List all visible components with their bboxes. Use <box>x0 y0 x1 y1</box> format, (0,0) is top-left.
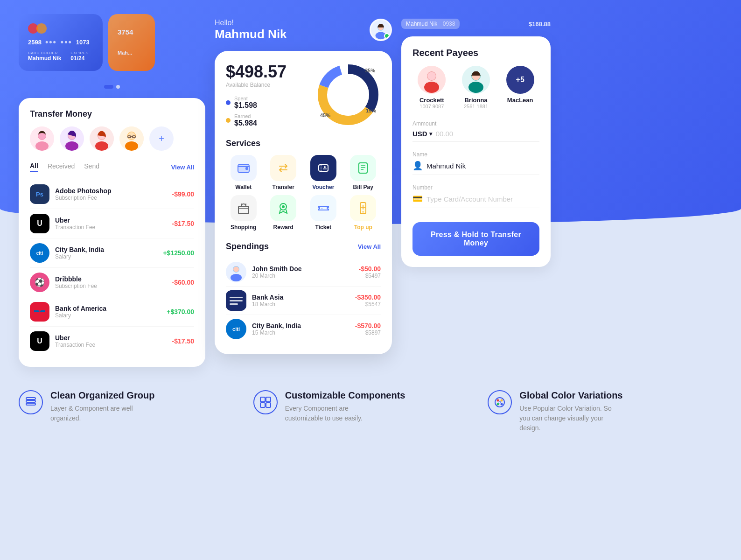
spending-name: Bank Asia <box>252 294 350 301</box>
currency-selector[interactable]: USD ▾ <box>412 130 432 138</box>
card-icon: 💳 <box>412 194 423 204</box>
spending-name: City Bank, India <box>252 322 350 329</box>
service-voucher[interactable]: Voucher <box>306 155 341 190</box>
transaction-item[interactable]: U Uber Transaction Fee -$17.50 <box>30 327 194 356</box>
tx-icon-label: U <box>37 219 42 228</box>
services-title: Services <box>226 139 381 148</box>
tx-sub: Subscription Fee <box>55 195 167 201</box>
card-indicator <box>19 85 205 89</box>
spending-amounts-john: -$50.00 $5497 <box>359 265 381 279</box>
spent-value: $1.598 <box>234 101 257 110</box>
user-avatar-header[interactable] <box>370 19 392 41</box>
tx-amount: -$60.00 <box>172 279 194 286</box>
transfer-svg <box>277 161 290 175</box>
svg-rect-58 <box>230 300 243 301</box>
feature-color-title: Global Color Variations <box>519 390 622 401</box>
spending-amounts-bankasia: -$350.00 $5547 <box>355 294 381 308</box>
card-number-end: 1073 <box>76 39 90 46</box>
transfer-section: Transfer Money <box>19 98 205 367</box>
main-card: $498.57 Available Balance Spent $1.598 <box>215 51 392 354</box>
brionna-svg <box>462 66 490 94</box>
contact-avatar-1[interactable] <box>30 126 54 151</box>
center-panel: Hello! Mahmud Nik $498.57 Available <box>215 14 392 354</box>
tx-info-dribbble: Dribbble Subscription Fee <box>55 275 167 289</box>
ticket-svg <box>317 202 330 215</box>
balance-info: $498.57 Available Balance Spent $1.598 <box>226 62 287 127</box>
service-topup[interactable]: Top up <box>346 195 381 231</box>
name-input[interactable] <box>426 162 539 170</box>
transaction-item[interactable]: citi City Bank, India Salary +$1250.00 <box>30 238 194 268</box>
spending-item-john[interactable]: John Smith Doe 20 March -$50.00 $5497 <box>226 258 381 287</box>
transaction-item[interactable]: U Uber Transaction Fee -$17.50 <box>30 209 194 238</box>
transaction-item[interactable]: Bank of America Salary +$370.00 <box>30 297 194 327</box>
card-holder-info: CARD HOLDER Mahmud Nik <box>28 51 61 62</box>
svg-point-4 <box>38 133 46 139</box>
tx-sub: Transaction Fee <box>55 342 167 348</box>
spending-sub: $5897 <box>355 329 381 336</box>
svg-point-67 <box>468 82 483 93</box>
service-ticket[interactable]: Ticket <box>306 195 341 231</box>
svg-point-7 <box>65 141 78 151</box>
wallet-icon <box>231 155 257 181</box>
contact-avatar-3[interactable] <box>90 126 114 151</box>
svg-rect-44 <box>245 203 246 205</box>
transfer-button[interactable]: Press & Hold to Transfer Money <box>412 222 539 256</box>
spent-info: Spent $1.598 <box>234 96 257 110</box>
transaction-item[interactable]: Ps Adobe Photoshop Subscription Fee -$99… <box>30 180 194 209</box>
tx-info-uber: Uber Transaction Fee <box>55 217 167 231</box>
hello-text: Hello! Mahmud Nik <box>215 19 287 42</box>
wallet-svg <box>237 161 250 175</box>
reward-icon <box>270 195 296 221</box>
tab-all[interactable]: All <box>30 162 38 172</box>
amount-input[interactable] <box>436 130 539 138</box>
tab-send[interactable]: Send <box>84 162 99 172</box>
contact-avatar-4[interactable] <box>119 126 144 151</box>
transfer-title: Transfer Money <box>30 109 194 119</box>
service-shopping[interactable]: Shopping <box>226 195 261 231</box>
service-reward[interactable]: Reward <box>266 195 301 231</box>
card-expires-value: 01/24 <box>70 55 88 62</box>
service-reward-label: Reward <box>273 224 294 231</box>
amount-field-row: USD ▾ <box>412 130 539 142</box>
service-wallet[interactable]: Wallet <box>226 155 261 190</box>
tab-received[interactable]: Received <box>48 162 75 172</box>
spendings-view-all[interactable]: View All <box>358 243 381 250</box>
right-panel-top: Mahmud Nik 0938 $168.88 <box>401 14 551 29</box>
avatar-svg-1 <box>30 126 54 151</box>
card-orange-number: 3754 <box>118 28 146 36</box>
transaction-item[interactable]: ⚽ Dribbble Subscription Fee -$60.00 <box>30 268 194 297</box>
payee-avatar-brionna <box>462 66 490 94</box>
spending-item-citybank[interactable]: citi City Bank, India 15 March -$570.00 … <box>226 315 381 343</box>
payee-brionna[interactable]: Brionna 2561 1881 <box>457 66 496 109</box>
transaction-list: Ps Adobe Photoshop Subscription Fee -$99… <box>30 180 194 356</box>
name-field-row: 👤 <box>412 161 539 175</box>
tx-amount: -$17.50 <box>172 220 194 227</box>
svg-rect-75 <box>266 403 271 407</box>
payee-crockett[interactable]: Crockett 1007 9087 <box>412 66 451 109</box>
account-number-input[interactable] <box>426 195 539 203</box>
tx-icon-uber2: U <box>30 331 49 351</box>
svg-rect-37 <box>359 163 367 173</box>
view-all-link[interactable]: View All <box>171 164 194 171</box>
svg-point-28 <box>329 75 368 114</box>
svg-rect-72 <box>260 397 265 402</box>
add-contact-button[interactable]: + <box>149 126 174 151</box>
feature-clean-text: Clean Organized Group Layer & Component … <box>50 390 154 423</box>
voucher-icon <box>310 155 336 181</box>
card-blue[interactable]: 2598 ••• ••• 1073 CARD HOLDER Mahmud Nik… <box>19 14 103 71</box>
card-orange[interactable]: 3754 Mah... <box>108 14 155 71</box>
feature-clean: Clean Organized Group Layer & Component … <box>19 390 253 433</box>
spending-date: 18 March <box>252 301 350 308</box>
transfer-icon <box>270 155 296 181</box>
svg-point-35 <box>324 166 326 168</box>
contact-avatar-2[interactable] <box>60 126 84 151</box>
tx-name: Uber <box>55 217 167 224</box>
spending-item-bankasia[interactable]: Bank Asia 18 March -$350.00 $5547 <box>226 287 381 315</box>
tx-icon-uber: U <box>30 214 49 233</box>
svg-rect-73 <box>266 397 271 402</box>
payee-maclean[interactable]: +5 MacLean <box>501 66 539 109</box>
avatar-svg-2 <box>60 126 84 151</box>
spending-main: -$50.00 <box>359 265 381 273</box>
service-billpay[interactable]: Bill Pay <box>346 155 381 190</box>
service-transfer[interactable]: Transfer <box>266 155 301 190</box>
